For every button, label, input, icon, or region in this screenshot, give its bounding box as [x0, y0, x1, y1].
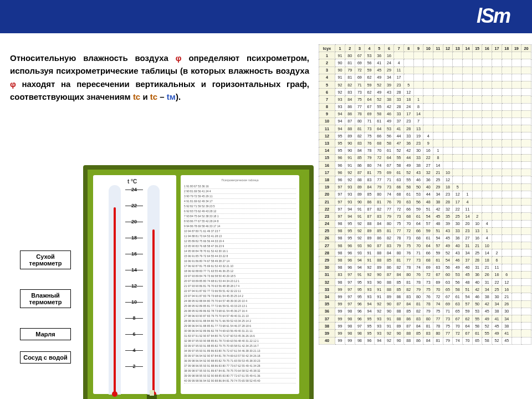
label-dry: Сухой термометр — [20, 250, 71, 269]
label-cup: Сосуд с водой — [20, 351, 71, 364]
dry-thermometer — [109, 185, 121, 395]
header-bar: lSm — [0, 0, 532, 33]
wet-thermometer — [147, 185, 160, 395]
brand-logo: lSm — [477, 4, 510, 28]
psychrometric-table: tсух123456789101112131415161718192019180… — [319, 44, 531, 399]
phi-symbol: φ — [176, 53, 182, 63]
tm-symbol: tм — [167, 92, 176, 101]
psychrometer-diagram: LSm 24222018161412108642 Психрометрическ… — [83, 165, 314, 399]
mini-psychrometric-table: Психрометрическая таблица 1 91 80 67 53 … — [181, 175, 299, 394]
thermometer-scale: 24222018161412108642 — [93, 175, 176, 394]
water-cup — [147, 395, 157, 399]
label-stack: Сухой термометр Влажный термометр Марля … — [20, 250, 71, 383]
label-wet: Влажный термометр — [20, 289, 71, 308]
scale-ticks: 24222018161412108642 — [122, 190, 146, 382]
label-gauze: Марля — [20, 328, 71, 340]
description-paragraph: Относительную влажность воздуха φ опреде… — [10, 52, 309, 103]
tc-symbol: tс — [133, 92, 140, 101]
